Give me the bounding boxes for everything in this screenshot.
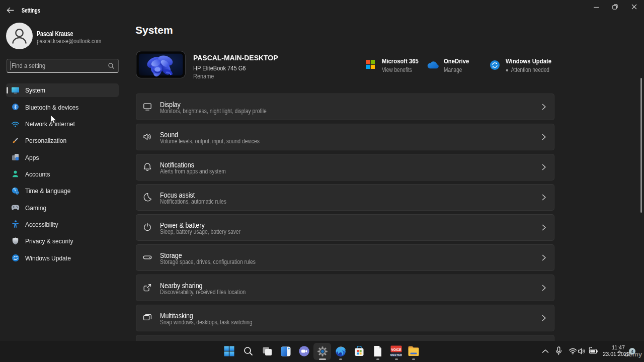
svg-text:VOICE: VOICE: [391, 348, 402, 351]
svg-text:MEETER: MEETER: [390, 353, 402, 356]
